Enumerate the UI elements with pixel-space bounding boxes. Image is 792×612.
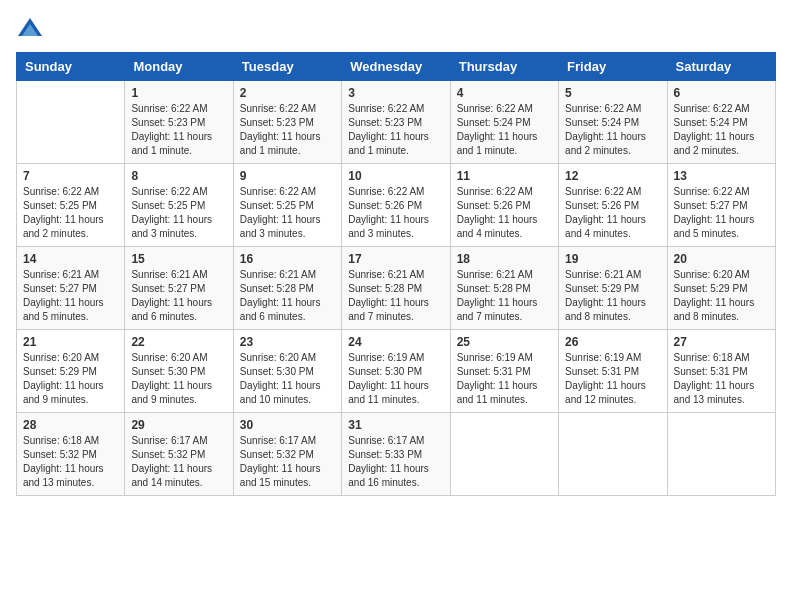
calendar-cell: 13Sunrise: 6:22 AMSunset: 5:27 PMDayligh… (667, 164, 775, 247)
day-number: 30 (240, 418, 335, 432)
day-number: 4 (457, 86, 552, 100)
calendar-cell: 22Sunrise: 6:20 AMSunset: 5:30 PMDayligh… (125, 330, 233, 413)
day-info: Sunrise: 6:22 AMSunset: 5:25 PMDaylight:… (23, 185, 118, 241)
day-number: 17 (348, 252, 443, 266)
day-info: Sunrise: 6:22 AMSunset: 5:25 PMDaylight:… (240, 185, 335, 241)
calendar-cell: 28Sunrise: 6:18 AMSunset: 5:32 PMDayligh… (17, 413, 125, 496)
calendar-cell (450, 413, 558, 496)
weekday-header-monday: Monday (125, 53, 233, 81)
day-number: 15 (131, 252, 226, 266)
day-info: Sunrise: 6:18 AMSunset: 5:31 PMDaylight:… (674, 351, 769, 407)
day-number: 20 (674, 252, 769, 266)
calendar-cell: 20Sunrise: 6:20 AMSunset: 5:29 PMDayligh… (667, 247, 775, 330)
day-number: 5 (565, 86, 660, 100)
calendar-week-row: 1Sunrise: 6:22 AMSunset: 5:23 PMDaylight… (17, 81, 776, 164)
day-info: Sunrise: 6:20 AMSunset: 5:30 PMDaylight:… (131, 351, 226, 407)
day-info: Sunrise: 6:17 AMSunset: 5:33 PMDaylight:… (348, 434, 443, 490)
calendar-cell: 3Sunrise: 6:22 AMSunset: 5:23 PMDaylight… (342, 81, 450, 164)
calendar-cell: 29Sunrise: 6:17 AMSunset: 5:32 PMDayligh… (125, 413, 233, 496)
calendar-cell: 27Sunrise: 6:18 AMSunset: 5:31 PMDayligh… (667, 330, 775, 413)
day-info: Sunrise: 6:19 AMSunset: 5:31 PMDaylight:… (565, 351, 660, 407)
calendar-cell: 1Sunrise: 6:22 AMSunset: 5:23 PMDaylight… (125, 81, 233, 164)
day-number: 25 (457, 335, 552, 349)
calendar-cell: 12Sunrise: 6:22 AMSunset: 5:26 PMDayligh… (559, 164, 667, 247)
day-number: 8 (131, 169, 226, 183)
day-info: Sunrise: 6:18 AMSunset: 5:32 PMDaylight:… (23, 434, 118, 490)
day-number: 1 (131, 86, 226, 100)
calendar-cell (559, 413, 667, 496)
calendar-cell: 26Sunrise: 6:19 AMSunset: 5:31 PMDayligh… (559, 330, 667, 413)
day-number: 9 (240, 169, 335, 183)
day-info: Sunrise: 6:21 AMSunset: 5:27 PMDaylight:… (131, 268, 226, 324)
day-info: Sunrise: 6:19 AMSunset: 5:31 PMDaylight:… (457, 351, 552, 407)
calendar-cell: 25Sunrise: 6:19 AMSunset: 5:31 PMDayligh… (450, 330, 558, 413)
day-number: 16 (240, 252, 335, 266)
day-number: 6 (674, 86, 769, 100)
day-info: Sunrise: 6:21 AMSunset: 5:29 PMDaylight:… (565, 268, 660, 324)
day-number: 27 (674, 335, 769, 349)
day-number: 29 (131, 418, 226, 432)
day-info: Sunrise: 6:19 AMSunset: 5:30 PMDaylight:… (348, 351, 443, 407)
day-number: 10 (348, 169, 443, 183)
day-number: 11 (457, 169, 552, 183)
page-header (16, 16, 776, 44)
day-info: Sunrise: 6:21 AMSunset: 5:28 PMDaylight:… (457, 268, 552, 324)
calendar-cell: 31Sunrise: 6:17 AMSunset: 5:33 PMDayligh… (342, 413, 450, 496)
calendar-cell: 8Sunrise: 6:22 AMSunset: 5:25 PMDaylight… (125, 164, 233, 247)
calendar-cell: 2Sunrise: 6:22 AMSunset: 5:23 PMDaylight… (233, 81, 341, 164)
day-info: Sunrise: 6:22 AMSunset: 5:23 PMDaylight:… (240, 102, 335, 158)
calendar-week-row: 14Sunrise: 6:21 AMSunset: 5:27 PMDayligh… (17, 247, 776, 330)
day-number: 7 (23, 169, 118, 183)
day-number: 28 (23, 418, 118, 432)
day-info: Sunrise: 6:17 AMSunset: 5:32 PMDaylight:… (240, 434, 335, 490)
day-info: Sunrise: 6:22 AMSunset: 5:25 PMDaylight:… (131, 185, 226, 241)
day-number: 3 (348, 86, 443, 100)
day-info: Sunrise: 6:22 AMSunset: 5:27 PMDaylight:… (674, 185, 769, 241)
calendar-cell (17, 81, 125, 164)
weekday-header-saturday: Saturday (667, 53, 775, 81)
day-number: 18 (457, 252, 552, 266)
day-number: 19 (565, 252, 660, 266)
day-info: Sunrise: 6:17 AMSunset: 5:32 PMDaylight:… (131, 434, 226, 490)
day-info: Sunrise: 6:21 AMSunset: 5:28 PMDaylight:… (348, 268, 443, 324)
calendar-cell (667, 413, 775, 496)
calendar-cell: 14Sunrise: 6:21 AMSunset: 5:27 PMDayligh… (17, 247, 125, 330)
calendar-cell: 30Sunrise: 6:17 AMSunset: 5:32 PMDayligh… (233, 413, 341, 496)
weekday-header-thursday: Thursday (450, 53, 558, 81)
logo (16, 16, 48, 44)
calendar-cell: 9Sunrise: 6:22 AMSunset: 5:25 PMDaylight… (233, 164, 341, 247)
weekday-header-wednesday: Wednesday (342, 53, 450, 81)
day-number: 21 (23, 335, 118, 349)
calendar-week-row: 7Sunrise: 6:22 AMSunset: 5:25 PMDaylight… (17, 164, 776, 247)
calendar-cell: 15Sunrise: 6:21 AMSunset: 5:27 PMDayligh… (125, 247, 233, 330)
calendar-cell: 11Sunrise: 6:22 AMSunset: 5:26 PMDayligh… (450, 164, 558, 247)
calendar-cell: 10Sunrise: 6:22 AMSunset: 5:26 PMDayligh… (342, 164, 450, 247)
calendar: SundayMondayTuesdayWednesdayThursdayFrid… (16, 52, 776, 496)
day-number: 24 (348, 335, 443, 349)
calendar-cell: 7Sunrise: 6:22 AMSunset: 5:25 PMDaylight… (17, 164, 125, 247)
calendar-week-row: 28Sunrise: 6:18 AMSunset: 5:32 PMDayligh… (17, 413, 776, 496)
day-number: 31 (348, 418, 443, 432)
day-info: Sunrise: 6:22 AMSunset: 5:26 PMDaylight:… (565, 185, 660, 241)
calendar-cell: 19Sunrise: 6:21 AMSunset: 5:29 PMDayligh… (559, 247, 667, 330)
day-number: 13 (674, 169, 769, 183)
day-info: Sunrise: 6:21 AMSunset: 5:27 PMDaylight:… (23, 268, 118, 324)
logo-icon (16, 16, 44, 44)
calendar-cell: 6Sunrise: 6:22 AMSunset: 5:24 PMDaylight… (667, 81, 775, 164)
day-number: 23 (240, 335, 335, 349)
day-number: 2 (240, 86, 335, 100)
calendar-week-row: 21Sunrise: 6:20 AMSunset: 5:29 PMDayligh… (17, 330, 776, 413)
day-info: Sunrise: 6:20 AMSunset: 5:29 PMDaylight:… (674, 268, 769, 324)
calendar-cell: 18Sunrise: 6:21 AMSunset: 5:28 PMDayligh… (450, 247, 558, 330)
weekday-header-tuesday: Tuesday (233, 53, 341, 81)
weekday-header-friday: Friday (559, 53, 667, 81)
calendar-cell: 23Sunrise: 6:20 AMSunset: 5:30 PMDayligh… (233, 330, 341, 413)
day-info: Sunrise: 6:22 AMSunset: 5:26 PMDaylight:… (348, 185, 443, 241)
day-number: 26 (565, 335, 660, 349)
calendar-cell: 5Sunrise: 6:22 AMSunset: 5:24 PMDaylight… (559, 81, 667, 164)
day-info: Sunrise: 6:22 AMSunset: 5:23 PMDaylight:… (348, 102, 443, 158)
calendar-cell: 21Sunrise: 6:20 AMSunset: 5:29 PMDayligh… (17, 330, 125, 413)
day-info: Sunrise: 6:22 AMSunset: 5:26 PMDaylight:… (457, 185, 552, 241)
calendar-cell: 4Sunrise: 6:22 AMSunset: 5:24 PMDaylight… (450, 81, 558, 164)
day-number: 22 (131, 335, 226, 349)
